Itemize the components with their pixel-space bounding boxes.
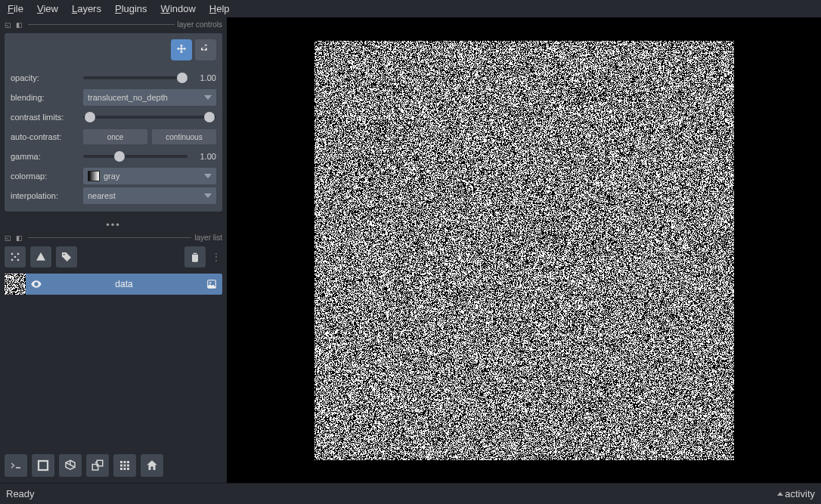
new-labels-button[interactable]: [56, 246, 77, 267]
colormap-value: gray: [104, 172, 119, 181]
interpolation-dropdown[interactable]: nearest: [83, 187, 216, 204]
close-section-icon[interactable]: ◧: [16, 234, 25, 242]
svg-point-2: [14, 256, 17, 258]
gamma-value: 1.00: [192, 152, 216, 161]
layer-toolbar: ⋮: [5, 246, 222, 267]
layer-controls-label: layer controls: [178, 20, 222, 29]
svg-rect-19: [127, 468, 129, 470]
layer-name: data: [47, 279, 201, 289]
transpose-button[interactable]: [86, 454, 109, 477]
blending-label: blending:: [11, 93, 83, 102]
menu-file[interactable]: File: [8, 3, 23, 14]
new-shapes-button[interactable]: [30, 246, 51, 267]
chevron-down-icon: [204, 193, 212, 198]
menu-plugins[interactable]: Plugins: [115, 3, 147, 14]
menu-layers[interactable]: Layers: [72, 3, 101, 14]
pan-zoom-button[interactable]: [171, 39, 192, 60]
expand-controls-dots[interactable]: •••: [5, 219, 222, 230]
chevron-up-icon: [777, 492, 783, 496]
interpolation-value: nearest: [88, 191, 116, 200]
menu-window[interactable]: Window: [161, 3, 196, 14]
svg-point-3: [11, 259, 14, 261]
colormap-swatch: [88, 171, 100, 181]
console-button[interactable]: [5, 454, 27, 477]
activity-toggle[interactable]: activity: [777, 488, 815, 499]
status-text: Ready: [6, 488, 35, 499]
svg-rect-12: [124, 461, 126, 463]
svg-point-4: [17, 259, 20, 261]
left-panel: ◱ ◧ layer controls opacity:: [0, 17, 227, 483]
status-bar: Ready activity: [0, 483, 821, 504]
svg-point-7: [209, 282, 211, 283]
layer-thumbnail: [5, 274, 26, 295]
layer-controls-box: opacity: 1.00 blending: translucent_no_d…: [5, 33, 222, 212]
chevron-down-icon: [204, 174, 212, 178]
svg-rect-11: [120, 461, 122, 463]
svg-rect-8: [39, 461, 48, 470]
blending-dropdown[interactable]: translucent_no_depth: [83, 89, 216, 106]
layer-item-data[interactable]: data: [5, 274, 222, 295]
blending-value: translucent_no_depth: [88, 93, 168, 102]
contrast-label: contrast limits:: [11, 113, 83, 122]
layer-list-menu-icon[interactable]: ⋮: [210, 252, 222, 262]
svg-point-5: [64, 254, 65, 255]
opacity-label: opacity:: [11, 73, 83, 82]
grid-button[interactable]: [113, 454, 136, 477]
svg-rect-14: [120, 465, 122, 467]
layer-visibility-icon[interactable]: [26, 278, 47, 290]
svg-rect-13: [127, 461, 129, 463]
new-points-button[interactable]: [5, 246, 26, 267]
svg-point-0: [11, 253, 14, 255]
layer-list-label: layer list: [194, 233, 222, 242]
menubar: File View Layers Plugins Window Help: [0, 0, 821, 17]
autocontrast-continuous-button[interactable]: continuous: [152, 129, 216, 144]
ndisplay-button[interactable]: [32, 454, 54, 477]
layer-list-header: ◱ ◧ layer list: [5, 233, 222, 242]
image-layer-display: [314, 41, 734, 460]
transform-button[interactable]: [195, 39, 216, 60]
menu-help[interactable]: Help: [209, 3, 230, 14]
interpolation-label: interpolation:: [11, 191, 83, 200]
popout-icon[interactable]: ◱: [5, 234, 14, 242]
popout-icon[interactable]: ◱: [5, 21, 14, 29]
colormap-dropdown[interactable]: gray: [83, 168, 216, 184]
opacity-slider[interactable]: [83, 73, 187, 83]
svg-rect-18: [124, 468, 126, 470]
svg-rect-16: [127, 465, 129, 467]
contrast-slider[interactable]: [83, 112, 216, 122]
autocontrast-once-button[interactable]: once: [83, 129, 147, 144]
autocontrast-label: auto-contrast:: [11, 132, 83, 141]
home-button[interactable]: [141, 454, 163, 477]
delete-layer-button[interactable]: [184, 246, 206, 267]
menu-view[interactable]: View: [37, 3, 58, 14]
svg-rect-15: [124, 465, 126, 467]
colormap-label: colormap:: [11, 172, 83, 181]
opacity-value: 1.00: [192, 73, 216, 82]
gamma-label: gamma:: [11, 152, 83, 161]
gamma-slider[interactable]: [83, 151, 187, 162]
layer-type-icon: [201, 279, 222, 289]
svg-rect-17: [120, 468, 122, 470]
layer-list: data: [5, 274, 222, 450]
chevron-down-icon: [204, 95, 212, 100]
svg-point-1: [17, 253, 20, 255]
layer-controls-header: ◱ ◧ layer controls: [5, 20, 222, 29]
close-section-icon[interactable]: ◧: [16, 21, 25, 29]
viewer-toolbar: [5, 451, 222, 480]
canvas-viewport[interactable]: [227, 17, 821, 483]
roll-dims-button[interactable]: [59, 454, 82, 477]
activity-label: activity: [785, 488, 815, 499]
